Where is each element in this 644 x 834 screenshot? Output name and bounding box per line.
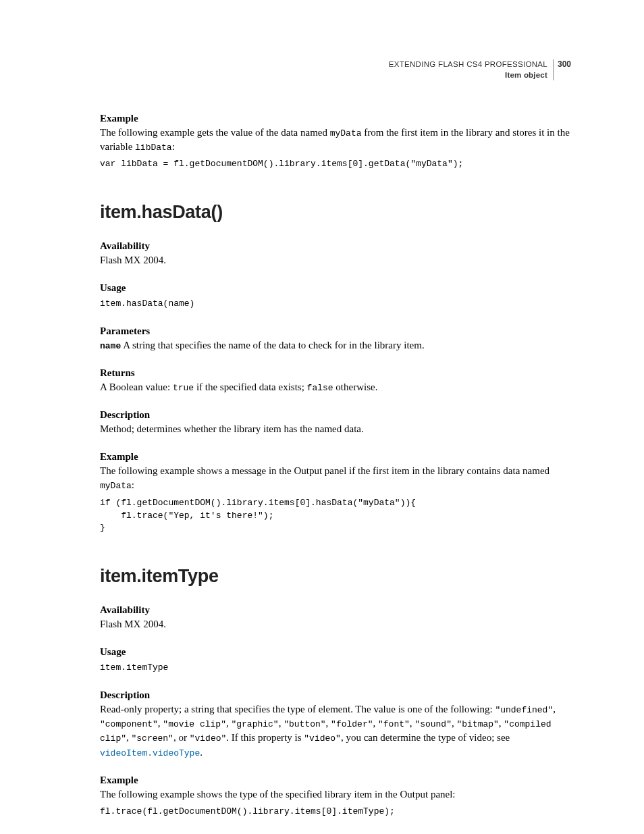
chapter-title: Item object [389,70,547,81]
availability-text: Flash MX 2004. [100,253,571,267]
inline-code: "screen" [132,733,173,744]
code-block: if (fl.getDocumentDOM().library.items[0]… [100,497,571,536]
page-content: EXTENDING FLASH CS4 PROFESSIONAL Item ob… [0,0,644,834]
returns-text: A Boolean value: true if the specified d… [100,380,571,394]
inline-code: "movie clip" [163,719,226,729]
parameter-line: name A string that specifies the name of… [100,338,571,353]
usage-code: item.itemType [100,662,571,675]
inline-code: "video" [304,733,341,744]
label-description: Description [100,689,571,701]
heading-hasdata: item.hasData() [100,202,571,223]
page-number: 300 [554,59,571,69]
label-example: Example [100,775,571,786]
inline-code: "component" [100,719,158,729]
inline-code: "bitmap" [456,719,498,729]
example-intro: The following example gets the value of … [100,126,571,154]
usage-code: item.hasData(name) [100,298,571,311]
example-text: The following example shows a message in… [100,464,571,492]
param-name: name [100,341,121,351]
label-parameters: Parameters [100,325,571,337]
inline-code: "folder" [331,719,373,729]
label-usage: Usage [100,282,571,294]
inline-code: myData [100,481,132,491]
label-availability: Availability [100,240,571,252]
label-description: Description [100,409,571,421]
label-availability: Availability [100,604,571,616]
inline-code: "undefined" [495,705,553,715]
label-returns: Returns [100,367,571,379]
label-example: Example [100,451,571,463]
inline-code: "graphic" [231,719,278,729]
inline-code: true [173,383,194,393]
description-text: Method; determines whether the library i… [100,422,571,436]
inline-code: "button" [284,719,325,729]
description-text: Read-only property; a string that specif… [100,702,571,760]
code-block: var libData = fl.getDocumentDOM().librar… [100,158,571,171]
example-text: The following example shows the type of … [100,787,571,802]
inline-code: "video" [190,733,227,744]
inline-code: false [307,383,333,393]
label-usage: Usage [100,646,571,658]
inline-code: myData [330,128,362,138]
book-title: EXTENDING FLASH CS4 PROFESSIONAL [389,59,547,70]
inline-code: "sound" [414,719,452,729]
section-label-example: Example [100,113,571,124]
code-block: fl.trace(fl.getDocumentDOM().library.ite… [100,806,571,818]
header-text: EXTENDING FLASH CS4 PROFESSIONAL Item ob… [389,59,554,80]
page-header: EXTENDING FLASH CS4 PROFESSIONAL Item ob… [100,59,571,80]
heading-itemtype: item.itemType [100,566,571,587]
availability-text: Flash MX 2004. [100,617,571,631]
inline-code: "font" [378,719,410,729]
inline-code: libData [135,142,172,153]
xref-link[interactable]: videoItem.videoType [100,748,200,758]
